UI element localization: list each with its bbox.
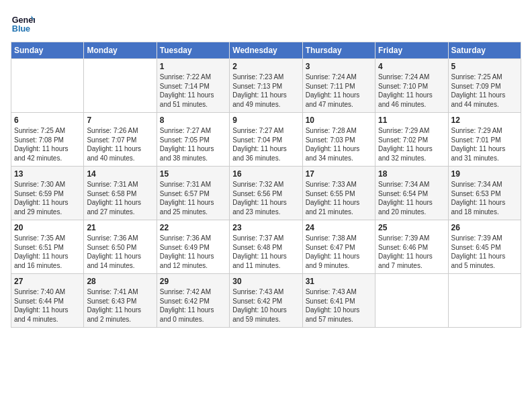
day-number: 25	[378, 223, 445, 232]
day-cell: 19Sunrise: 7:34 AM Sunset: 6:53 PM Dayli…	[448, 167, 521, 220]
day-cell: 30Sunrise: 7:43 AM Sunset: 6:42 PM Dayli…	[230, 274, 302, 328]
day-cell	[448, 274, 521, 328]
day-info: Sunrise: 7:40 AM Sunset: 6:44 PM Dayligh…	[14, 287, 81, 324]
day-number: 31	[306, 277, 372, 286]
day-number: 8	[160, 116, 226, 125]
week-row-1: 1Sunrise: 7:22 AM Sunset: 7:14 PM Daylig…	[11, 59, 521, 113]
day-info: Sunrise: 7:42 AM Sunset: 6:42 PM Dayligh…	[160, 287, 226, 324]
day-cell: 1Sunrise: 7:22 AM Sunset: 7:14 PM Daylig…	[157, 59, 229, 113]
col-header-friday: Friday	[375, 42, 448, 59]
day-cell	[11, 59, 84, 113]
day-cell: 29Sunrise: 7:42 AM Sunset: 6:42 PM Dayli…	[157, 274, 229, 328]
day-info: Sunrise: 7:24 AM Sunset: 7:11 PM Dayligh…	[306, 73, 372, 109]
week-row-2: 6Sunrise: 7:25 AM Sunset: 7:08 PM Daylig…	[11, 113, 521, 167]
day-cell: 31Sunrise: 7:43 AM Sunset: 6:41 PM Dayli…	[302, 274, 375, 328]
day-number: 4	[378, 62, 445, 71]
day-info: Sunrise: 7:36 AM Sunset: 6:49 PM Dayligh…	[160, 234, 226, 270]
day-number: 14	[87, 169, 153, 179]
page-header: General Blue	[11, 11, 521, 35]
day-number: 1	[160, 62, 226, 71]
day-cell: 26Sunrise: 7:39 AM Sunset: 6:45 PM Dayli…	[448, 220, 521, 274]
day-cell: 22Sunrise: 7:36 AM Sunset: 6:49 PM Dayli…	[157, 220, 229, 274]
day-cell: 5Sunrise: 7:25 AM Sunset: 7:09 PM Daylig…	[448, 59, 521, 113]
day-cell: 18Sunrise: 7:34 AM Sunset: 6:54 PM Dayli…	[375, 167, 448, 220]
day-info: Sunrise: 7:33 AM Sunset: 6:55 PM Dayligh…	[306, 180, 372, 216]
day-number: 28	[87, 277, 153, 286]
day-cell: 14Sunrise: 7:31 AM Sunset: 6:58 PM Dayli…	[84, 167, 157, 220]
day-number: 19	[451, 169, 518, 179]
day-info: Sunrise: 7:23 AM Sunset: 7:13 PM Dayligh…	[232, 73, 299, 109]
day-info: Sunrise: 7:38 AM Sunset: 6:47 PM Dayligh…	[306, 234, 372, 270]
day-info: Sunrise: 7:34 AM Sunset: 6:53 PM Dayligh…	[451, 180, 518, 216]
day-info: Sunrise: 7:39 AM Sunset: 6:46 PM Dayligh…	[378, 234, 445, 270]
day-cell: 17Sunrise: 7:33 AM Sunset: 6:55 PM Dayli…	[302, 167, 375, 220]
day-info: Sunrise: 7:24 AM Sunset: 7:10 PM Dayligh…	[378, 73, 445, 109]
day-number: 13	[14, 169, 81, 179]
day-number: 26	[451, 223, 518, 232]
day-number: 7	[87, 116, 153, 125]
week-row-5: 27Sunrise: 7:40 AM Sunset: 6:44 PM Dayli…	[11, 274, 521, 328]
day-cell: 25Sunrise: 7:39 AM Sunset: 6:46 PM Dayli…	[375, 220, 448, 274]
col-header-thursday: Thursday	[302, 42, 375, 59]
day-info: Sunrise: 7:43 AM Sunset: 6:41 PM Dayligh…	[306, 287, 372, 324]
day-number: 6	[14, 116, 81, 125]
day-cell: 27Sunrise: 7:40 AM Sunset: 6:44 PM Dayli…	[11, 274, 84, 328]
day-number: 22	[160, 223, 226, 232]
logo: General Blue	[11, 11, 38, 35]
day-info: Sunrise: 7:37 AM Sunset: 6:48 PM Dayligh…	[232, 234, 299, 270]
day-number: 29	[160, 277, 226, 286]
day-cell	[84, 59, 157, 113]
col-header-wednesday: Wednesday	[230, 42, 302, 59]
day-cell: 15Sunrise: 7:31 AM Sunset: 6:57 PM Dayli…	[157, 167, 229, 220]
day-info: Sunrise: 7:26 AM Sunset: 7:07 PM Dayligh…	[87, 126, 153, 163]
day-number: 2	[232, 62, 299, 71]
calendar-header-row: SundayMondayTuesdayWednesdayThursdayFrid…	[11, 42, 521, 59]
day-number: 17	[306, 169, 372, 179]
day-cell: 20Sunrise: 7:35 AM Sunset: 6:51 PM Dayli…	[11, 220, 84, 274]
svg-text:Blue: Blue	[12, 24, 30, 34]
col-header-monday: Monday	[84, 42, 157, 59]
day-number: 11	[378, 116, 445, 125]
day-cell: 21Sunrise: 7:36 AM Sunset: 6:50 PM Dayli…	[84, 220, 157, 274]
day-cell: 6Sunrise: 7:25 AM Sunset: 7:08 PM Daylig…	[11, 113, 84, 167]
day-cell: 28Sunrise: 7:41 AM Sunset: 6:43 PM Dayli…	[84, 274, 157, 328]
day-number: 9	[232, 116, 299, 125]
day-cell: 24Sunrise: 7:38 AM Sunset: 6:47 PM Dayli…	[302, 220, 375, 274]
day-info: Sunrise: 7:35 AM Sunset: 6:51 PM Dayligh…	[14, 234, 81, 270]
day-cell: 16Sunrise: 7:32 AM Sunset: 6:56 PM Dayli…	[230, 167, 302, 220]
day-cell: 2Sunrise: 7:23 AM Sunset: 7:13 PM Daylig…	[230, 59, 302, 113]
calendar-table: SundayMondayTuesdayWednesdayThursdayFrid…	[11, 42, 521, 328]
day-info: Sunrise: 7:31 AM Sunset: 6:58 PM Dayligh…	[87, 180, 153, 216]
week-row-4: 20Sunrise: 7:35 AM Sunset: 6:51 PM Dayli…	[11, 220, 521, 274]
day-cell: 4Sunrise: 7:24 AM Sunset: 7:10 PM Daylig…	[375, 59, 448, 113]
day-info: Sunrise: 7:34 AM Sunset: 6:54 PM Dayligh…	[378, 180, 445, 216]
day-number: 23	[232, 223, 299, 232]
day-info: Sunrise: 7:29 AM Sunset: 7:02 PM Dayligh…	[378, 126, 445, 163]
day-info: Sunrise: 7:32 AM Sunset: 6:56 PM Dayligh…	[232, 180, 299, 216]
day-cell: 8Sunrise: 7:27 AM Sunset: 7:05 PM Daylig…	[157, 113, 229, 167]
day-number: 12	[451, 116, 518, 125]
day-info: Sunrise: 7:28 AM Sunset: 7:03 PM Dayligh…	[306, 126, 372, 163]
day-info: Sunrise: 7:43 AM Sunset: 6:42 PM Dayligh…	[232, 287, 299, 324]
day-info: Sunrise: 7:25 AM Sunset: 7:09 PM Dayligh…	[451, 73, 518, 109]
day-cell: 13Sunrise: 7:30 AM Sunset: 6:59 PM Dayli…	[11, 167, 84, 220]
day-number: 21	[87, 223, 153, 232]
day-number: 15	[160, 169, 226, 179]
day-cell: 3Sunrise: 7:24 AM Sunset: 7:11 PM Daylig…	[302, 59, 375, 113]
day-number: 20	[14, 223, 81, 232]
day-number: 24	[306, 223, 372, 232]
day-number: 30	[232, 277, 299, 286]
day-cell: 11Sunrise: 7:29 AM Sunset: 7:02 PM Dayli…	[375, 113, 448, 167]
day-number: 5	[451, 62, 518, 71]
day-info: Sunrise: 7:27 AM Sunset: 7:04 PM Dayligh…	[232, 126, 299, 163]
day-number: 10	[306, 116, 372, 125]
day-info: Sunrise: 7:39 AM Sunset: 6:45 PM Dayligh…	[451, 234, 518, 270]
day-info: Sunrise: 7:22 AM Sunset: 7:14 PM Dayligh…	[160, 73, 226, 109]
col-header-sunday: Sunday	[11, 42, 84, 59]
day-info: Sunrise: 7:30 AM Sunset: 6:59 PM Dayligh…	[14, 180, 81, 216]
day-info: Sunrise: 7:29 AM Sunset: 7:01 PM Dayligh…	[451, 126, 518, 163]
day-number: 27	[14, 277, 81, 286]
day-cell	[375, 274, 448, 328]
day-cell: 10Sunrise: 7:28 AM Sunset: 7:03 PM Dayli…	[302, 113, 375, 167]
day-info: Sunrise: 7:36 AM Sunset: 6:50 PM Dayligh…	[87, 234, 153, 270]
